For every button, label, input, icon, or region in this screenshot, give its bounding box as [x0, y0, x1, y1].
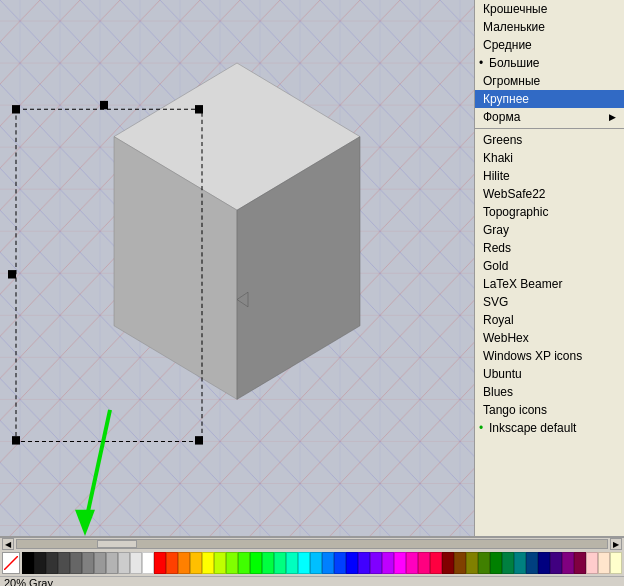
color-swatch[interactable] — [574, 552, 586, 574]
color-swatch[interactable] — [178, 552, 190, 574]
status-text: 20% Gray — [4, 577, 53, 586]
no-color-swatch[interactable] — [2, 552, 20, 574]
main-container: Крошечные Маленькие Средние Большие Огро… — [0, 0, 624, 586]
color-swatch[interactable] — [190, 552, 202, 574]
menu-item-hilite[interactable]: Hilite — [475, 167, 624, 185]
menu-item-winxp[interactable]: Windows XP icons — [475, 347, 624, 365]
color-swatch[interactable] — [250, 552, 262, 574]
menu-divider-1 — [475, 128, 624, 129]
color-swatch[interactable] — [406, 552, 418, 574]
color-swatch[interactable] — [274, 552, 286, 574]
svg-rect-15 — [8, 270, 16, 278]
color-swatch[interactable] — [166, 552, 178, 574]
color-swatch[interactable] — [214, 552, 226, 574]
color-swatch[interactable] — [394, 552, 406, 574]
color-swatch[interactable] — [262, 552, 274, 574]
menu-item-inkscape[interactable]: Inkscape default — [475, 419, 624, 437]
color-swatch[interactable] — [454, 552, 466, 574]
color-swatch[interactable] — [142, 552, 154, 574]
menu-item-malenkie[interactable]: Маленькие — [475, 18, 624, 36]
menu-item-svg[interactable]: SVG — [475, 293, 624, 311]
menu-item-latex[interactable]: LaTeX Beamer — [475, 275, 624, 293]
color-swatch[interactable] — [586, 552, 598, 574]
color-swatch[interactable] — [514, 552, 526, 574]
color-swatch[interactable] — [466, 552, 478, 574]
color-swatch[interactable] — [442, 552, 454, 574]
color-swatch[interactable] — [418, 552, 430, 574]
color-swatch[interactable] — [430, 552, 442, 574]
color-swatch[interactable] — [82, 552, 94, 574]
svg-line-19 — [4, 556, 18, 570]
color-swatch[interactable] — [46, 552, 58, 574]
menu-item-ubuntu[interactable]: Ubuntu — [475, 365, 624, 383]
menu-item-webhex[interactable]: WebHex — [475, 329, 624, 347]
menu-item-blues[interactable]: Blues — [475, 383, 624, 401]
color-swatch[interactable] — [118, 552, 130, 574]
color-swatch[interactable] — [94, 552, 106, 574]
canvas-svg — [0, 0, 474, 536]
color-swatch[interactable] — [382, 552, 394, 574]
menu-item-gold[interactable]: Gold — [475, 257, 624, 275]
color-swatch[interactable] — [130, 552, 142, 574]
color-swatch[interactable] — [490, 552, 502, 574]
color-swatch[interactable] — [238, 552, 250, 574]
scroll-right-arrow[interactable]: ▶ — [610, 538, 622, 550]
menu-item-greens[interactable]: Greens — [475, 131, 624, 149]
color-swatch[interactable] — [562, 552, 574, 574]
menu-item-royal[interactable]: Royal — [475, 311, 624, 329]
color-swatch[interactable] — [346, 552, 358, 574]
color-swatch[interactable] — [502, 552, 514, 574]
menu-item-websafe22[interactable]: WebSafe22 — [475, 185, 624, 203]
menu-item-krupnee[interactable]: Крупнее — [475, 90, 624, 108]
menu-item-bolshie[interactable]: Большие — [475, 54, 624, 72]
svg-rect-14 — [100, 101, 108, 109]
color-swatch[interactable] — [478, 552, 490, 574]
menu-item-srednie[interactable]: Средние — [475, 36, 624, 54]
menu-item-ogromnye[interactable]: Огромные — [475, 72, 624, 90]
bottom-bar: ◀ ▶ 20% Gray — [0, 536, 624, 586]
color-swatch[interactable] — [34, 552, 46, 574]
menu-item-gray[interactable]: Gray — [475, 221, 624, 239]
color-swatch[interactable] — [154, 552, 166, 574]
color-swatch[interactable] — [202, 552, 214, 574]
scrollbar-horizontal[interactable]: ◀ ▶ — [0, 537, 624, 550]
menu-item-topographic[interactable]: Topographic — [475, 203, 624, 221]
color-swatch[interactable] — [226, 552, 238, 574]
scroll-thumb-h[interactable] — [97, 540, 137, 548]
status-bar: 20% Gray — [0, 576, 624, 586]
color-swatch[interactable] — [298, 552, 310, 574]
scroll-left-arrow[interactable]: ◀ — [2, 538, 14, 550]
color-swatch[interactable] — [334, 552, 346, 574]
color-swatch[interactable] — [22, 552, 34, 574]
menu-item-krupechnie[interactable]: Крошечные — [475, 0, 624, 18]
color-strip-row — [0, 550, 624, 576]
color-swatch[interactable] — [106, 552, 118, 574]
content-row: Крошечные Маленькие Средние Большие Огро… — [0, 0, 624, 536]
color-swatch[interactable] — [286, 552, 298, 574]
color-strip — [22, 552, 622, 574]
color-swatch[interactable] — [58, 552, 70, 574]
menu-item-khaki[interactable]: Khaki — [475, 149, 624, 167]
color-swatch[interactable] — [550, 552, 562, 574]
color-swatch[interactable] — [322, 552, 334, 574]
color-swatch[interactable] — [538, 552, 550, 574]
menu-item-forma[interactable]: Форма — [475, 108, 624, 126]
color-swatch[interactable] — [598, 552, 610, 574]
color-swatch[interactable] — [310, 552, 322, 574]
color-swatch[interactable] — [70, 552, 82, 574]
right-panel: Крошечные Маленькие Средние Большие Огро… — [474, 0, 624, 536]
canvas-area[interactable] — [0, 0, 474, 536]
menu-item-tango[interactable]: Tango icons — [475, 401, 624, 419]
menu-item-reds[interactable]: Reds — [475, 239, 624, 257]
color-swatch[interactable] — [526, 552, 538, 574]
color-swatch[interactable] — [358, 552, 370, 574]
color-swatch[interactable] — [370, 552, 382, 574]
color-swatch[interactable] — [610, 552, 622, 574]
